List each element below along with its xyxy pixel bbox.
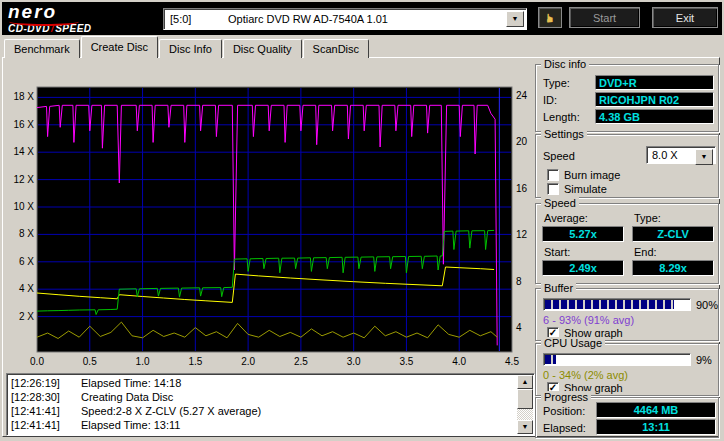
status-log-lines: [12:26:19]Elapsed Time: 14:18 [12:28:30]… (9, 376, 516, 433)
log-entry: [12:41:41]Elapsed Time: 13:11 (9, 418, 516, 432)
buffer-percent: 90% (696, 299, 718, 312)
svg-text:24: 24 (516, 90, 528, 101)
titlebar: nero CD-DVD/SPEED [5:0] Optiarc DVD RW A… (2, 2, 722, 35)
settings-group: Settings Speed 8.0 X ▼ Burn image Simula… (535, 134, 719, 198)
drive-name: Optiarc DVD RW AD-7540A 1.01 (228, 10, 388, 28)
scrollbar-down-button[interactable]: ▼ (517, 420, 533, 434)
speed-select-label: Speed (543, 150, 575, 163)
tab-scandisc[interactable]: ScanDisc (303, 39, 369, 58)
tab-disc-info[interactable]: Disc Info (159, 39, 222, 58)
type-label: Type: (634, 212, 661, 225)
buffer-title: Buffer (541, 282, 576, 295)
drive-bus: [5:0] (170, 10, 191, 28)
cpu-range-text: 0 - 34% (2% avg) (543, 369, 628, 382)
nero-logo: nero CD-DVD/SPEED (8, 3, 148, 34)
speed-select[interactable]: 8.0 X ▼ (646, 146, 716, 164)
svg-text:12: 12 (516, 229, 528, 240)
svg-text:6 X: 6 X (19, 256, 34, 267)
svg-text:1.5: 1.5 (188, 356, 202, 367)
log-entry-time: [12:26:19] (11, 376, 81, 390)
start-value: 2.49x (542, 260, 624, 276)
log-entry-time: [12:41:41] (11, 418, 81, 432)
disc-info-group: Disc info Type: DVD+R ID: RICOHJPN R02 L… (535, 64, 719, 132)
average-value: 5.27x (542, 226, 624, 242)
chevron-down-icon[interactable]: ▼ (695, 149, 713, 165)
speed-title: Speed (541, 197, 579, 210)
svg-text:2.0: 2.0 (241, 356, 255, 367)
svg-text:12 X: 12 X (13, 174, 34, 185)
eject-button[interactable]: ☛ (538, 7, 562, 28)
tab-disc-quality[interactable]: Disc Quality (223, 39, 302, 58)
disc-length-value: 4.38 GB (595, 109, 714, 124)
progress-title: Progress (541, 391, 591, 404)
start-button[interactable]: Start (569, 7, 640, 28)
svg-text:4: 4 (516, 322, 522, 333)
drive-select[interactable]: [5:0] Optiarc DVD RW AD-7540A 1.01 ▼ (163, 8, 527, 30)
logo-swoosh-icon (9, 17, 79, 26)
disc-id-label: ID: (543, 94, 557, 107)
svg-text:8 X: 8 X (19, 228, 34, 239)
progress-group: Progress Position: 4464 MB Elapsed: 13:1… (535, 397, 719, 438)
hand-icon: ☛ (541, 12, 559, 23)
app-window: nero CD-DVD/SPEED [5:0] Optiarc DVD RW A… (0, 0, 724, 441)
cpu-bar-fill (545, 355, 556, 364)
cpu-bar (543, 353, 691, 366)
disc-id-value: RICOHJPN R02 (595, 92, 714, 107)
disc-info-title: Disc info (541, 58, 589, 71)
svg-text:3.5: 3.5 (399, 356, 413, 367)
svg-text:16 X: 16 X (13, 119, 34, 130)
start-label: Start: (544, 246, 570, 259)
log-entry-text: Elapsed Time: 14:18 (81, 377, 181, 389)
scrollbar-thumb[interactable] (517, 389, 533, 409)
svg-text:0.0: 0.0 (30, 356, 44, 367)
svg-text:4.0: 4.0 (452, 356, 466, 367)
disc-length-label: Length: (543, 111, 580, 124)
buffer-range-text: 6 - 93% (91% avg) (543, 314, 634, 327)
svg-text:3.0: 3.0 (347, 356, 361, 367)
log-entry-time: [12:41:41] (11, 404, 81, 418)
svg-text:1.0: 1.0 (136, 356, 150, 367)
position-label: Position: (543, 405, 585, 418)
tab-benchmark[interactable]: Benchmark (4, 39, 80, 58)
end-label: End: (634, 246, 657, 259)
log-entry-text: Speed:2-8 X Z-CLV (5.27 X average) (81, 405, 261, 417)
elapsed-label: Elapsed: (543, 422, 586, 435)
svg-text:2 X: 2 X (19, 311, 34, 322)
speed-select-value: 8.0 X (652, 148, 678, 163)
svg-text:2.5: 2.5 (294, 356, 308, 367)
cpu-usage-title: CPU Usage (541, 337, 605, 350)
speed-group: Speed Average: Type: 5.27x Z-CLV Start: … (535, 203, 719, 284)
type-value: Z-CLV (632, 226, 714, 242)
scrollbar-up-button[interactable]: ▲ (517, 375, 533, 389)
tab-create-disc[interactable]: Create Disc (81, 36, 158, 58)
log-entry-time: [12:28:30] (11, 390, 81, 404)
exit-button[interactable]: Exit (652, 7, 718, 28)
elapsed-value: 13:11 (596, 419, 716, 435)
svg-text:14 X: 14 X (13, 146, 34, 157)
svg-text:4 X: 4 X (19, 283, 34, 294)
simulate-label: Simulate (564, 183, 607, 196)
write-speed-chart: 0.00.51.01.52.02.53.03.54.04.52 X4 X6 X8… (6, 85, 534, 371)
buffer-bar-fill (545, 300, 674, 309)
settings-title: Settings (541, 128, 587, 141)
create-disc-page: 0.00.51.01.52.02.53.03.54.04.52 X4 X6 X8… (2, 57, 720, 437)
disc-type-value: DVD+R (595, 75, 714, 90)
average-label: Average: (544, 212, 588, 225)
buffer-bar (543, 298, 691, 311)
burn-image-checkbox[interactable] (547, 169, 559, 181)
log-entry: [12:41:41]Speed:2-8 X Z-CLV (5.27 X aver… (9, 404, 516, 418)
log-entry: [12:28:30]Creating Data Disc (9, 390, 516, 404)
tab-bar: BenchmarkCreate DiscDisc InfoDisc Qualit… (4, 36, 370, 58)
disc-type-label: Type: (543, 77, 570, 90)
log-entry-text: Creating Data Disc (81, 391, 173, 403)
position-value: 4464 MB (596, 402, 716, 418)
scrollbar-track[interactable]: ▲ ▼ (517, 375, 533, 434)
chevron-down-icon[interactable]: ▼ (506, 11, 524, 27)
svg-text:4.5: 4.5 (505, 356, 519, 367)
simulate-checkbox[interactable] (547, 183, 559, 195)
log-entry-text: Elapsed Time: 13:11 (81, 419, 180, 431)
status-log[interactable]: [12:26:19]Elapsed Time: 14:18 [12:28:30]… (6, 373, 535, 436)
burn-image-label: Burn image (564, 169, 620, 182)
log-entry: [12:26:19]Elapsed Time: 14:18 (9, 376, 516, 390)
cpu-percent: 9% (696, 354, 712, 367)
